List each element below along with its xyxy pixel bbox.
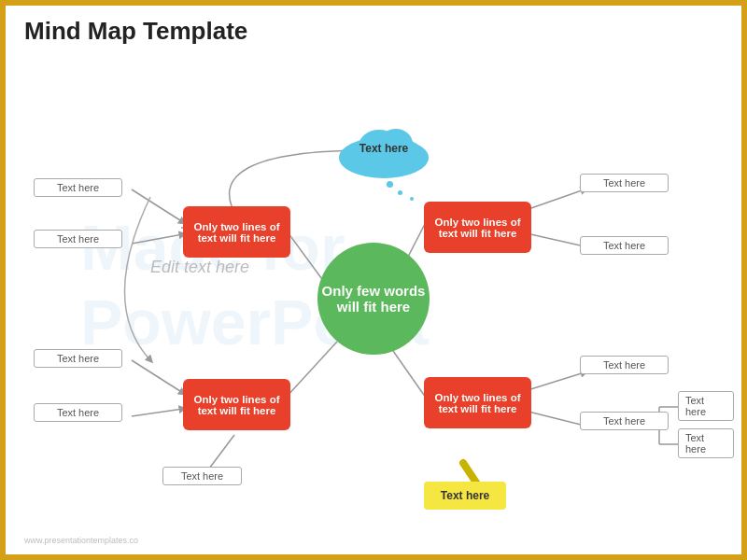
dot2 <box>398 190 402 195</box>
svg-line-0 <box>132 189 183 222</box>
svg-line-4 <box>132 409 183 416</box>
cloud-text: Text here <box>332 142 435 155</box>
small-box-left-top-1[interactable]: Text here <box>34 178 122 197</box>
center-circle: Only few words will fit here <box>317 243 430 355</box>
red-box-left-top[interactable]: Only two lines of text will fit here <box>183 206 290 258</box>
red-box-left-bottom[interactable]: Only two lines of text will fit here <box>183 379 290 430</box>
small-box-right-top-1[interactable]: Text here <box>580 174 669 192</box>
svg-line-5 <box>286 342 337 398</box>
edit-text-label: Edit text here <box>150 258 249 277</box>
yellow-box[interactable]: Text here <box>424 482 506 510</box>
page-title: Mind Map Template <box>24 17 247 46</box>
svg-line-16 <box>393 351 426 398</box>
small-box-right-bottom-2[interactable]: Text here <box>580 412 669 430</box>
slide-container: Mind Map Template Made for PowerPoint <box>0 0 747 560</box>
small-box-left-bottom-extra[interactable]: Text here <box>162 467 242 485</box>
svg-line-1 <box>132 234 183 244</box>
small-box-left-bottom-2[interactable]: Text here <box>34 403 122 422</box>
small-box-far-right-1[interactable]: Text here <box>678 391 734 421</box>
small-box-right-bottom-1[interactable]: Text here <box>580 356 669 374</box>
small-box-left-bottom-1[interactable]: Text here <box>34 349 122 368</box>
red-box-right-top[interactable]: Only two lines of text will fit here <box>424 202 531 253</box>
small-box-left-top-2[interactable]: Text here <box>34 230 122 248</box>
small-box-far-right-2[interactable]: Text here <box>678 428 734 458</box>
cloud-bubble: Text here <box>332 116 435 183</box>
footer-text: www.presentationtemplates.co <box>24 536 138 545</box>
small-box-right-top-2[interactable]: Text here <box>580 236 669 255</box>
red-box-right-bottom[interactable]: Only two lines of text will fit here <box>424 377 531 428</box>
svg-line-3 <box>132 360 183 393</box>
dot3 <box>410 197 414 201</box>
